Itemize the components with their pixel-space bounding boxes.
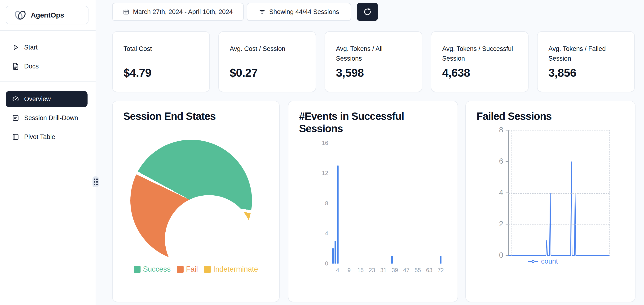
- legend-label: Fail: [186, 265, 198, 273]
- axis-tick: [506, 130, 508, 130]
- stat-card-avg-tokens-all: Avg. Tokens / All Sessions 3,598: [324, 31, 422, 92]
- donut-legend: SuccessFailIndeterminate: [112, 265, 279, 273]
- sidebar-item-docs[interactable]: Docs: [6, 59, 88, 73]
- x-axis-tick-label: 72: [435, 267, 446, 273]
- chart-card-session-end-states: Session End States SuccessFailIndetermin…: [112, 101, 280, 302]
- stat-label: Avg. Cost / Session: [230, 44, 301, 54]
- y-axis-tick-label: 16: [311, 140, 328, 146]
- handle-dot: [94, 179, 95, 180]
- axis-tick: [506, 192, 508, 193]
- legend-item-success[interactable]: Success: [134, 265, 170, 273]
- gauge-icon: [12, 95, 20, 103]
- legend-swatch: [134, 266, 140, 273]
- stat-value: $0.27: [230, 66, 258, 79]
- x-axis-tick-label: 39: [389, 267, 400, 273]
- handle-dot: [96, 181, 98, 183]
- bar: [440, 256, 442, 263]
- filter-icon: [259, 9, 266, 15]
- x-axis-tick-label: 9: [343, 267, 355, 273]
- handle-dot: [96, 184, 98, 185]
- y-axis-tick-label: 0: [311, 260, 328, 267]
- stat-label: Avg. Tokens / Failed Session: [548, 44, 620, 63]
- x-axis-tick-label: 63: [424, 267, 435, 273]
- legend-swatch: [204, 266, 211, 273]
- sidebar-item-overview[interactable]: Overview: [6, 91, 88, 107]
- donut-chart: [130, 140, 252, 261]
- axis-tick: [506, 255, 508, 256]
- y-axis-tick-label: 2: [485, 219, 503, 228]
- sidebar-item-label: Session Drill-Down: [24, 114, 78, 122]
- sidebar-item-pivot-table[interactable]: Pivot Table: [6, 130, 88, 144]
- sidebar-item-start[interactable]: Start: [6, 40, 88, 55]
- chart-title: #Events in Successful Sessions: [299, 110, 441, 135]
- pivot-table-icon: [12, 133, 20, 141]
- stat-value: 3,856: [548, 66, 576, 79]
- gridline: [512, 130, 512, 256]
- sessions-filter-button[interactable]: Showing 44/44 Sessions: [247, 3, 351, 21]
- axis-tick: [506, 224, 508, 224]
- play-icon: [12, 44, 20, 51]
- plot-area: [508, 130, 610, 256]
- x-axis-tick-label: 31: [378, 267, 389, 273]
- gridline: [508, 162, 610, 162]
- y-axis-tick-label: 8: [311, 200, 328, 207]
- gridline: [554, 130, 554, 256]
- bar: [334, 241, 336, 263]
- sidebar-item-label: Overview: [24, 95, 51, 103]
- legend-item-fail[interactable]: Fail: [177, 265, 198, 273]
- stat-value: 3,598: [336, 66, 364, 79]
- date-range-label: March 27th, 2024 - April 10th, 2024: [133, 8, 233, 16]
- legend-item-indeterminate[interactable]: Indeterminate: [204, 265, 258, 273]
- x-axis-tick-label: 15: [355, 267, 366, 273]
- handle-dot: [96, 179, 98, 180]
- sidebar-item-label: Docs: [24, 63, 39, 70]
- x-axis-tick-label: 23: [366, 267, 378, 273]
- refresh-icon: [363, 7, 372, 16]
- legend-swatch: [177, 266, 184, 273]
- stat-card-avg-cost-session: Avg. Cost / Session $0.27: [218, 31, 316, 92]
- chart-card-failed-sessions: Failed Sessions 86420 count: [465, 101, 636, 302]
- date-range-button[interactable]: March 27th, 2024 - April 10th, 2024: [112, 3, 244, 21]
- chart-card-events-successful-sessions: #Events in Successful Sessions 1612840 4…: [288, 101, 458, 302]
- stat-card-avg-tokens-successful: Avg. Tokens / Successful Session 4,638: [431, 31, 528, 92]
- session-list-icon: [12, 114, 20, 122]
- brand-name: AgentOps: [31, 11, 64, 19]
- sidebar-item-session-drill-down[interactable]: Session Drill-Down: [6, 111, 88, 125]
- docs-icon: [12, 63, 20, 70]
- legend-label: Success: [143, 265, 170, 273]
- sidebar-item-label: Pivot Table: [24, 133, 55, 141]
- legend-label: Indeterminate: [213, 265, 258, 273]
- y-axis-tick-label: 4: [485, 188, 503, 197]
- gridline: [508, 193, 610, 194]
- sidebar: AgentOps Start Docs: [0, 0, 96, 305]
- sidebar-item-label: Start: [24, 44, 38, 51]
- bar: [337, 166, 338, 263]
- count-legend[interactable]: count: [492, 257, 594, 265]
- y-axis-tick-label: 6: [485, 157, 503, 166]
- sidebar-divider: [0, 82, 96, 82]
- chart-title: Session End States: [123, 110, 216, 122]
- refresh-button[interactable]: [357, 3, 378, 21]
- brand-box[interactable]: AgentOps: [6, 6, 88, 24]
- sidebar-resize-handle[interactable]: [92, 176, 99, 187]
- handle-dot: [94, 184, 95, 185]
- stat-value: $4.79: [124, 66, 152, 79]
- stat-card-avg-tokens-failed: Avg. Tokens / Failed Session 3,856: [537, 31, 635, 92]
- main-content: March 27th, 2024 - April 10th, 2024 Show…: [96, 0, 644, 305]
- stat-label: Avg. Tokens / Successful Session: [442, 44, 513, 63]
- agentops-dashboard: AgentOps Start Docs: [0, 0, 644, 305]
- bar: [332, 248, 334, 263]
- count-legend-label: count: [541, 257, 558, 265]
- stat-card-total-cost: Total Cost $4.79: [112, 31, 210, 92]
- handle-dot: [94, 181, 95, 183]
- count-legend-marker-icon: [528, 260, 538, 263]
- bar: [391, 256, 393, 263]
- y-axis-tick-label: 8: [485, 126, 503, 134]
- agentops-logo-icon: [14, 10, 26, 21]
- sidebar-divider: [0, 30, 96, 31]
- axis-tick: [506, 161, 508, 162]
- stat-label: Total Cost: [124, 44, 194, 54]
- y-axis-tick-label: 4: [311, 230, 328, 237]
- chart-title: Failed Sessions: [476, 110, 552, 122]
- calendar-icon: [123, 9, 129, 15]
